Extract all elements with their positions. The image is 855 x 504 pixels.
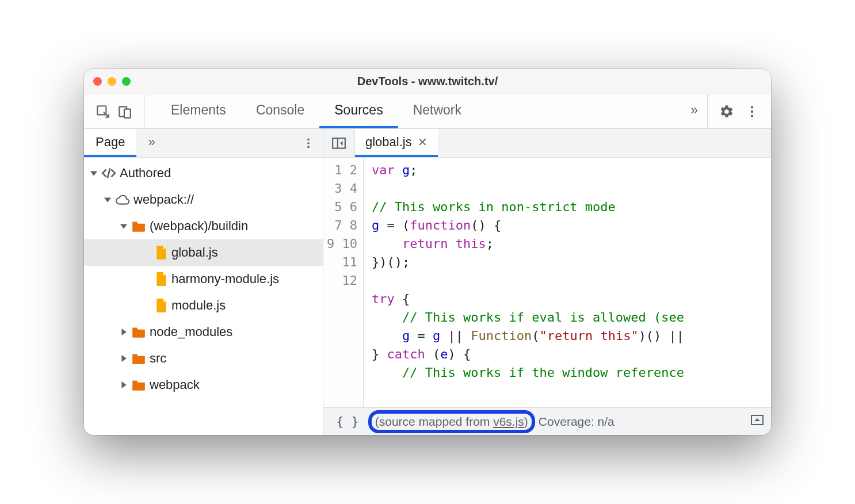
tree-node-webpack-domain[interactable]: webpack://	[84, 186, 323, 213]
sidebar-tab-more[interactable]: »	[136, 129, 166, 157]
tree-folder-node-modules[interactable]: node_modules	[84, 319, 323, 345]
tree-folder-webpack[interactable]: webpack	[84, 372, 323, 398]
sidebar-tabstrip: Page »	[84, 129, 323, 158]
svg-point-3	[751, 106, 753, 108]
titlebar: DevTools - www.twitch.tv/	[84, 69, 771, 94]
code-editor[interactable]: 1 2 3 4 5 6 7 8 9 10 11 12 var g; // Thi…	[323, 158, 771, 407]
sidebar-kebab-icon[interactable]	[294, 129, 323, 157]
settings-icon[interactable]	[719, 104, 734, 119]
tree-label: module.js	[171, 298, 226, 313]
minimize-window-button[interactable]	[108, 77, 116, 86]
file-icon	[155, 272, 168, 287]
chevron-right-icon	[120, 329, 128, 335]
tab-elements[interactable]: Elements	[156, 94, 241, 128]
tree-node-buildin-folder[interactable]: (webpack)/buildin	[84, 213, 323, 239]
chevron-right-icon	[120, 381, 128, 388]
file-tab-label: global.js	[365, 135, 412, 150]
tree-label: harmony-module.js	[171, 272, 279, 287]
kebab-menu-icon[interactable]	[745, 104, 759, 119]
chevron-right-icon	[120, 355, 128, 362]
file-icon	[155, 245, 168, 260]
file-tree: Authored webpack:// (webpack)/buildin gl…	[84, 158, 323, 435]
folder-icon	[131, 352, 146, 365]
tree-folder-src[interactable]: src	[84, 345, 323, 372]
tree-label: node_modules	[150, 324, 232, 339]
folder-icon	[131, 326, 146, 338]
tab-network[interactable]: Network	[398, 94, 476, 128]
svg-point-7	[307, 142, 310, 144]
tree-label: Authored	[120, 166, 171, 181]
window-title: DevTools - www.twitch.tv/	[84, 75, 771, 88]
editor-tabstrip: global.js ✕	[323, 129, 771, 158]
line-gutter: 1 2 3 4 5 6 7 8 9 10 11 12	[323, 158, 364, 407]
svg-point-5	[751, 114, 753, 117]
toggle-navigator-icon[interactable]	[323, 129, 355, 157]
device-toggle-icon[interactable]	[117, 104, 132, 119]
sidebar-tab-page[interactable]: Page	[84, 129, 136, 157]
close-tab-icon[interactable]: ✕	[418, 135, 428, 149]
file-tab-global-js[interactable]: global.js ✕	[355, 129, 438, 157]
chevron-down-icon	[104, 196, 112, 203]
more-tabs-button[interactable]: »	[681, 94, 707, 128]
tree-label: src	[150, 351, 166, 366]
zoom-window-button[interactable]	[122, 77, 131, 86]
main-area: Page » Authored webpack://	[84, 129, 771, 435]
tab-console[interactable]: Console	[241, 94, 319, 128]
tree-file-module-js[interactable]: module.js	[84, 292, 323, 319]
file-icon	[155, 298, 168, 313]
tree-label: global.js	[171, 245, 218, 260]
svg-rect-9	[333, 138, 345, 148]
svg-point-4	[751, 110, 753, 112]
show-drawer-icon[interactable]	[750, 414, 764, 429]
source-map-link[interactable]: v6s.js	[493, 415, 524, 428]
cloud-icon	[115, 193, 130, 206]
tree-file-harmony-module-js[interactable]: harmony-module.js	[84, 266, 323, 292]
code-content: var g; // This works in non-strict mode …	[364, 158, 771, 407]
tree-label: webpack	[150, 377, 200, 392]
tab-sources[interactable]: Sources	[319, 94, 398, 128]
pretty-print-button[interactable]: { }	[330, 414, 365, 429]
editor-statusbar: { } (source mapped from v6s.js) Coverage…	[323, 407, 771, 435]
chevron-down-icon	[90, 170, 98, 177]
code-icon	[101, 167, 116, 180]
close-window-button[interactable]	[93, 77, 102, 86]
devtools-toolbar: ElementsConsoleSourcesNetwork »	[84, 94, 771, 129]
tree-label: webpack://	[133, 192, 194, 207]
devtools-window: DevTools - www.twitch.tv/ ElementsConsol…	[84, 69, 771, 435]
editor-pane: global.js ✕ 1 2 3 4 5 6 7 8 9 10 11 12 v…	[323, 129, 771, 435]
svg-rect-2	[124, 109, 131, 117]
coverage-info: Coverage: n/a	[539, 415, 614, 429]
folder-icon	[131, 220, 146, 232]
svg-point-6	[307, 138, 310, 140]
source-mapped-info: (source mapped from v6s.js)	[375, 415, 528, 429]
folder-icon	[131, 379, 146, 391]
chevron-down-icon	[120, 223, 128, 230]
tree-file-global-js[interactable]: global.js	[84, 239, 323, 266]
tree-label: (webpack)/buildin	[150, 219, 248, 234]
navigator-sidebar: Page » Authored webpack://	[84, 129, 323, 435]
inspect-element-icon[interactable]	[96, 104, 110, 119]
tree-node-authored[interactable]: Authored	[84, 160, 323, 186]
svg-point-8	[307, 146, 310, 148]
